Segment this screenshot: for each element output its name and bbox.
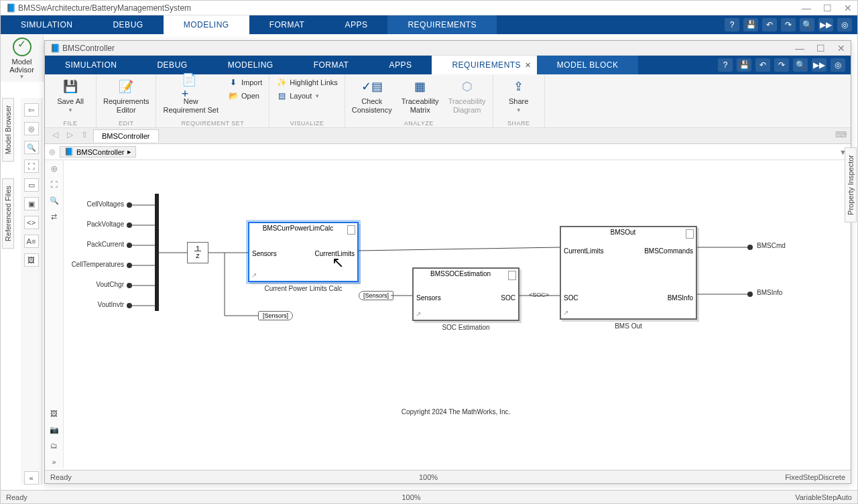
- palette-target-icon[interactable]: ◎: [48, 164, 60, 175]
- redo-icon[interactable]: ↷: [781, 18, 796, 32]
- tab-apps[interactable]: APPS: [369, 56, 432, 74]
- redo-icon[interactable]: ↷: [774, 58, 789, 72]
- new-requirement-set-button[interactable]: 📄+ New Requirement Set: [163, 77, 219, 115]
- tab-requirements[interactable]: REQUIREMENTS✕: [432, 56, 536, 74]
- mux-block[interactable]: [155, 194, 159, 311]
- group-file: 💾 Save All ▼ FILE: [45, 74, 97, 127]
- nav-up-icon[interactable]: ⇧: [78, 130, 90, 142]
- block-bms-out[interactable]: BMSOut CurrentLimits SOC BMSCommands BMS…: [560, 226, 697, 320]
- close-icon[interactable]: ✕: [525, 61, 532, 70]
- link-icon: ↗: [416, 310, 421, 318]
- minimize-button[interactable]: —: [802, 3, 811, 13]
- doc-tab[interactable]: BMSController: [93, 129, 159, 142]
- tab-model-block[interactable]: MODEL BLOCK: [537, 56, 639, 74]
- outport-dot[interactable]: [747, 292, 753, 297]
- nav-fwd-icon[interactable]: ▷: [64, 130, 76, 142]
- run-icon[interactable]: ▶▶: [818, 18, 833, 32]
- inner-window-controls: — ☐ ✕: [795, 43, 845, 54]
- unit-delay-block[interactable]: 1z: [187, 242, 208, 263]
- canvas[interactable]: CellVoltages PackVoltage PackCurrent Cel…: [64, 160, 848, 468]
- inport-label: PackVoltage: [77, 220, 124, 228]
- palette-zoomfit-icon[interactable]: ⛶: [48, 180, 60, 191]
- save-all-button[interactable]: 💾 Save All ▼: [52, 77, 89, 113]
- nav-back-icon[interactable]: ◁: [49, 130, 61, 142]
- tab-modeling[interactable]: MODELING: [208, 56, 294, 74]
- check-icon: [13, 38, 32, 56]
- from-sensors[interactable]: [Sensors]: [359, 291, 393, 300]
- undo-icon[interactable]: ↶: [762, 18, 777, 32]
- tab-format[interactable]: FORMAT: [249, 15, 325, 34]
- inport-dot[interactable]: [127, 283, 132, 288]
- open-button[interactable]: 📂Open: [228, 90, 262, 101]
- save-icon[interactable]: 💾: [743, 18, 758, 32]
- maximize-button[interactable]: ☐: [816, 43, 825, 54]
- tab-simulation[interactable]: SIMULATION: [1, 15, 93, 34]
- search-icon[interactable]: 🔍: [800, 18, 814, 32]
- model-advisor-button[interactable]: Model Advisor ▼: [1, 35, 44, 82]
- check-consistency-button[interactable]: ✓▤ Check Consistency: [352, 77, 392, 115]
- link-icon: ↗: [251, 271, 257, 279]
- palette-hier-icon[interactable]: 🗂: [48, 442, 60, 452]
- palette-cam-icon[interactable]: 📷: [48, 426, 60, 436]
- close-button[interactable]: ✕: [837, 43, 845, 54]
- tab-modeling[interactable]: MODELING: [164, 15, 249, 34]
- tab-requirements[interactable]: REQUIREMENTS: [387, 15, 497, 34]
- breadcrumb-chip[interactable]: 📘 BMSController ▸: [60, 146, 136, 158]
- traceability-diagram-button: ⬡ Traceability Diagram: [448, 77, 486, 115]
- stop-icon[interactable]: ◎: [837, 18, 852, 32]
- palette-img-icon[interactable]: 🖼: [24, 253, 39, 267]
- goto-sensors[interactable]: [Sensors]: [258, 311, 293, 320]
- model-browser-tab[interactable]: Model Browser: [2, 98, 14, 162]
- palette-snap-icon[interactable]: 🖼: [48, 410, 60, 420]
- highlight-links-button[interactable]: ✨Highlight Links: [276, 77, 338, 88]
- save-icon[interactable]: 💾: [737, 58, 751, 72]
- palette-target-icon[interactable]: ◎: [24, 122, 39, 135]
- palette-rect-icon[interactable]: ▭: [24, 178, 39, 192]
- traceability-matrix-button[interactable]: ▦ Traceability Matrix: [402, 77, 439, 115]
- palette-fit-icon[interactable]: ⛶: [24, 160, 39, 173]
- palette-zoom-icon[interactable]: 🔍: [48, 196, 60, 207]
- stop-icon[interactable]: ◎: [831, 58, 845, 72]
- inport-dot[interactable]: [127, 202, 132, 208]
- inner-window: 📘 BMSController — ☐ ✕ SIMULATION DEBUG M…: [44, 40, 851, 484]
- help-icon[interactable]: ?: [718, 58, 733, 72]
- palette-collapse-icon[interactable]: «: [24, 471, 39, 485]
- palette-code-icon[interactable]: <>: [24, 216, 39, 229]
- search-icon[interactable]: 🔍: [793, 58, 808, 72]
- share-button[interactable]: ⇪ Share ▼: [500, 77, 538, 113]
- block-soc-estimation[interactable]: BMSSOCEstimation Sensors SOC ↗: [412, 267, 519, 321]
- minimize-button[interactable]: —: [795, 43, 804, 54]
- close-button[interactable]: ✕: [844, 3, 852, 13]
- palette-sel-icon[interactable]: ▣: [24, 197, 39, 210]
- tab-format[interactable]: FORMAT: [294, 56, 369, 74]
- run-icon[interactable]: ▶▶: [812, 58, 826, 72]
- simulink-icon: 📘: [6, 3, 15, 13]
- maximize-button[interactable]: ☐: [823, 3, 832, 13]
- outport-dot[interactable]: [747, 245, 753, 250]
- keyboard-icon[interactable]: ⌨: [835, 130, 847, 142]
- block-current-power-limits[interactable]: BMSCurrPowerLimCalc Sensors CurrentLimit…: [248, 222, 359, 282]
- requirements-editor-button[interactable]: 📝 Requirements Editor: [103, 77, 149, 115]
- inport-dot[interactable]: [127, 243, 132, 248]
- inner-status-solver: FixedStepDiscrete: [785, 473, 845, 481]
- inport-dot[interactable]: [127, 223, 132, 228]
- palette-more-icon[interactable]: »: [48, 458, 60, 468]
- tab-debug[interactable]: DEBUG: [93, 15, 163, 34]
- palette-swap-icon[interactable]: ⇄: [48, 212, 60, 223]
- block-caption: SOC Estimation: [412, 324, 519, 331]
- palette-zoom-icon[interactable]: 🔍: [24, 141, 39, 154]
- palette-arrow-icon[interactable]: ⇦: [24, 103, 39, 117]
- undo-icon[interactable]: ↶: [755, 58, 770, 72]
- tab-simulation[interactable]: SIMULATION: [45, 56, 137, 74]
- inport-dot[interactable]: [127, 263, 132, 268]
- link-icon: ↗: [563, 309, 568, 316]
- property-inspector-tab[interactable]: Property Inspector: [845, 147, 857, 223]
- inport-dot[interactable]: [127, 303, 132, 308]
- tab-apps[interactable]: APPS: [324, 15, 387, 34]
- referenced-files-tab[interactable]: Referenced Files: [2, 178, 14, 249]
- target-icon[interactable]: ◎: [49, 147, 56, 156]
- palette-label-icon[interactable]: A≡: [24, 235, 39, 248]
- import-button[interactable]: ⬇Import: [228, 77, 262, 88]
- help-icon[interactable]: ?: [725, 18, 739, 32]
- layout-button[interactable]: ▤Layout ▼: [276, 90, 338, 101]
